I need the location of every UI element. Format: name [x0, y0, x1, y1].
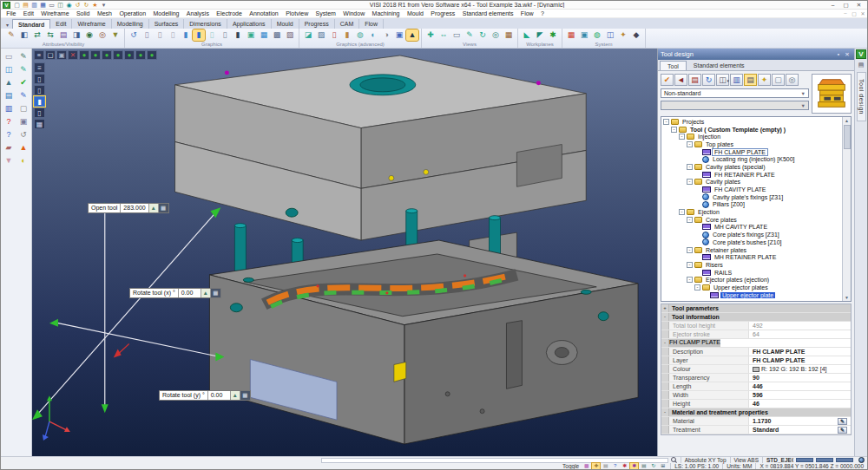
- mdi-close-button[interactable]: ✕: [858, 10, 867, 16]
- scroll-thumb[interactable]: [844, 125, 851, 149]
- rotate-tool-y-value[interactable]: 0.00: [208, 391, 231, 400]
- menu-wireframe[interactable]: Wireframe: [37, 10, 73, 16]
- view-bottom-icon[interactable]: ●: [124, 50, 135, 60]
- tree-expander-icon[interactable]: -: [687, 179, 693, 185]
- shadow-icon[interactable]: ▲: [406, 29, 418, 41]
- printer-icon[interactable]: ▭: [3, 51, 16, 62]
- stack-icon[interactable]: ▤: [3, 90, 16, 101]
- menu-window[interactable]: Window: [339, 10, 368, 16]
- background-image-icon[interactable]: ▣: [578, 29, 590, 41]
- pick-icon[interactable]: ▲: [149, 204, 159, 212]
- thickness-analysis-icon[interactable]: ▮: [341, 29, 353, 41]
- tool-type-dropdown[interactable]: Non-standard ▼: [661, 88, 809, 98]
- ribbon-tab-wireframe[interactable]: Wireframe: [72, 19, 111, 29]
- view-top-icon[interactable]: ●: [113, 50, 123, 60]
- cube-map-icon[interactable]: ▣: [393, 29, 405, 41]
- workplane-align-icon[interactable]: ◤: [534, 29, 546, 41]
- report-icon[interactable]: ▢: [772, 74, 785, 86]
- tree-scrollbar[interactable]: ▲ ▼: [842, 117, 851, 301]
- ribbon-tab-cam[interactable]: CAM: [335, 19, 360, 29]
- tree-expander-icon[interactable]: -: [694, 284, 700, 290]
- tree-item[interactable]: -Ejector plates (ejection): [661, 276, 842, 284]
- plot-icon[interactable]: ◫: [56, 1, 64, 9]
- undo-small-icon[interactable]: ↺: [17, 129, 30, 140]
- pick-icon[interactable]: ▲: [201, 289, 211, 297]
- menu-solid[interactable]: Solid: [73, 10, 94, 16]
- section-view-icon[interactable]: ◪: [302, 29, 314, 41]
- display-mode-icon[interactable]: ◫▾: [716, 74, 729, 86]
- menu-plotview[interactable]: Plotview: [282, 10, 312, 16]
- print-icon[interactable]: ▭: [48, 1, 56, 9]
- menu-analysis[interactable]: Analysis: [183, 10, 213, 16]
- property-value[interactable]: 596: [749, 391, 851, 399]
- property-value[interactable]: R: 192 G: 192 B: 192 [4]: [749, 365, 851, 373]
- menu-operation[interactable]: Operation: [115, 10, 149, 16]
- open-tool-value[interactable]: 283.000: [121, 204, 148, 212]
- tree-item[interactable]: -Upper ejector plates: [661, 284, 842, 291]
- refresh-view-icon[interactable]: ↻: [477, 29, 489, 41]
- attribute-copy-icon[interactable]: ◨: [70, 29, 82, 41]
- tree-item[interactable]: FH CAVITY PLATE: [661, 186, 842, 193]
- ribbon-tab-flow[interactable]: Flow: [359, 19, 384, 29]
- hidden-line-view-icon[interactable]: ▯: [154, 29, 166, 41]
- menu-machining[interactable]: Machining: [368, 10, 403, 16]
- help-icon[interactable]: ?: [3, 129, 16, 140]
- favorites-icon[interactable]: ★: [91, 1, 99, 9]
- ribbon-tab-dimensions[interactable]: Dimensions: [184, 19, 227, 29]
- keypad-icon[interactable]: ▦: [211, 289, 220, 297]
- tree-expander-icon[interactable]: -: [687, 262, 693, 268]
- property-value[interactable]: 1.1730✎: [749, 417, 851, 425]
- tool-design-side-tab[interactable]: Tool design: [857, 72, 866, 121]
- tree-item[interactable]: -Retainer plates: [661, 246, 842, 254]
- expander-icon[interactable]: -: [661, 339, 669, 347]
- bucket-icon[interactable]: ▼: [3, 155, 16, 166]
- command-input[interactable]: [321, 458, 668, 463]
- tree-item[interactable]: Upper ejector plate: [661, 291, 842, 299]
- workplane-icon[interactable]: ◣: [521, 29, 533, 41]
- expander-icon[interactable]: -: [661, 313, 669, 321]
- display-menu-icon[interactable]: ≡: [34, 62, 45, 73]
- materials-icon[interactable]: ▦: [258, 29, 270, 41]
- viewport-close-icon[interactable]: ✕: [68, 50, 78, 60]
- open-file-icon[interactable]: ▤: [22, 1, 30, 9]
- property-group-row[interactable]: -Material and treatment properties: [661, 408, 851, 417]
- attributes-icon[interactable]: ✎: [5, 29, 17, 41]
- fire-icon[interactable]: ▲: [17, 142, 30, 153]
- close-icon[interactable]: ✕: [843, 51, 852, 58]
- view-front-icon[interactable]: ●: [90, 50, 101, 60]
- tree-item[interactable]: -Cavity plates (special): [661, 163, 842, 171]
- tree-item[interactable]: -Ejection: [661, 208, 842, 216]
- clipboard-icon[interactable]: ▤: [602, 463, 609, 469]
- shaded-view-icon[interactable]: ▮: [193, 29, 205, 41]
- view-left-icon[interactable]: ●: [135, 50, 146, 60]
- catalog-icon[interactable]: ▤: [688, 74, 701, 86]
- view-right-icon[interactable]: ●: [147, 50, 157, 60]
- save-tool-icon[interactable]: ▥: [730, 74, 743, 86]
- unblank-icon[interactable]: ⇆: [44, 29, 56, 41]
- ribbon-tab-applications[interactable]: Applications: [227, 19, 272, 29]
- undo-icon[interactable]: ↺: [74, 1, 82, 9]
- menu-mould[interactable]: Mould: [404, 10, 427, 16]
- scroll-up-icon[interactable]: ▲: [845, 117, 849, 124]
- rebuild-icon[interactable]: ↻: [702, 74, 715, 86]
- outline-view-icon[interactable]: ▯: [219, 29, 231, 41]
- globe-icon[interactable]: [858, 457, 865, 463]
- tree-item[interactable]: FH CLAMP PLATE: [661, 148, 842, 156]
- tree-item[interactable]: -Risers: [661, 261, 842, 269]
- property-group-row[interactable]: -FH CLAMP PLATE: [661, 339, 851, 348]
- rotate-tool-y-control[interactable]: Rotate tool (y) °0.00▲▦: [159, 390, 251, 401]
- menu-flow[interactable]: Flow: [517, 10, 537, 16]
- web-icon[interactable]: ◍: [591, 29, 603, 41]
- search-icon[interactable]: [671, 457, 678, 463]
- cursor-snap-icon[interactable]: ✚: [592, 463, 600, 469]
- tree-expander-icon[interactable]: -: [679, 209, 685, 215]
- property-value[interactable]: 64: [749, 330, 851, 338]
- ribbon-tab-mould[interactable]: Mould: [272, 19, 299, 29]
- active-layer-cell[interactable]: STD_EJEC: [762, 457, 793, 463]
- workplane-snap-icon[interactable]: ✱: [547, 29, 559, 41]
- maximize-button[interactable]: ▢: [839, 1, 852, 9]
- tree-item[interactable]: -Tool ( Custom Template (empty) ): [661, 126, 842, 134]
- tree-item[interactable]: Cavity plate's fixings [Z31]: [661, 193, 842, 201]
- viewport-menu-icon[interactable]: ≡: [34, 50, 44, 60]
- menu-[interactable]: ?: [537, 10, 548, 16]
